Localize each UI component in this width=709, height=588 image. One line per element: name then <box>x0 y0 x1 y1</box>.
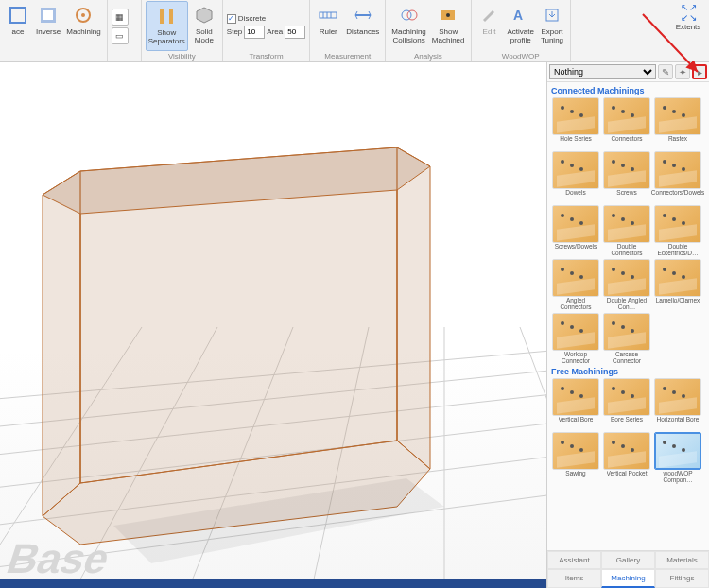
toggle-outline-button[interactable]: ▭ <box>112 27 129 44</box>
discrete-label: Discrete <box>238 14 266 23</box>
cube-face-icon <box>6 3 30 27</box>
panel-tab[interactable]: Gallery <box>601 551 655 569</box>
area-input[interactable] <box>285 26 305 39</box>
activate-profile-button[interactable]: A Activate profile <box>506 1 536 51</box>
machining-collisions-button[interactable]: Machining Collisions <box>389 1 427 51</box>
step-input[interactable] <box>244 26 265 39</box>
transform-group-label: Transform <box>227 51 305 61</box>
machining-tile[interactable]: Connectors <box>602 97 651 149</box>
tile-caption: Double Eccentrics/D… <box>653 244 702 257</box>
panel-tab[interactable]: Materials <box>655 551 709 569</box>
activate-icon: A <box>509 3 533 27</box>
toggle-grid-button[interactable]: ▦ <box>112 9 129 26</box>
machining-tile[interactable]: Worktop Connector <box>551 313 600 365</box>
panel-tab[interactable]: Fittings <box>655 569 709 588</box>
filter-select[interactable]: Nothing <box>549 64 656 79</box>
tile-caption: Double Connectors <box>602 244 651 257</box>
extents-button[interactable]: ↖ ↗↙ ↘ Extents <box>669 2 707 31</box>
face-button[interactable]: ace <box>4 1 32 51</box>
svg-text:A: A <box>513 8 523 23</box>
viewport-3d[interactable]: Base <box>0 62 546 588</box>
svg-point-13 <box>402 10 411 20</box>
analysis-group-label: Analysis <box>389 51 466 61</box>
ruler-icon <box>316 3 340 27</box>
panel-tab[interactable]: Machining <box>601 569 655 588</box>
tile-caption: Lamello/Clamex <box>656 298 700 311</box>
edit-icon <box>477 3 502 27</box>
discrete-checkbox[interactable]: ✓ <box>227 14 236 24</box>
machining-tile[interactable]: Double Eccentrics/D… <box>653 205 702 257</box>
area-label: Area <box>267 27 283 36</box>
base-floor-label: Base <box>1 535 115 582</box>
tile-caption: Carcase Connector <box>602 352 651 365</box>
solid-mode-button[interactable]: Solid Mode <box>190 1 218 51</box>
svg-marker-33 <box>397 147 430 469</box>
inverse-icon <box>36 3 61 27</box>
ribbon: ace Inverse Machining ▦ ▭ <box>0 0 709 62</box>
svg-marker-7 <box>197 8 212 23</box>
export-tuning-button[interactable]: Export Tuning <box>538 1 566 51</box>
tile-caption: Connectors <box>611 136 642 149</box>
tile-caption: Hole Series <box>560 136 592 149</box>
tile-caption: Horizontal Bore <box>657 417 700 430</box>
drill-icon <box>71 3 95 27</box>
filter-tool-2[interactable]: ✦ <box>675 64 690 79</box>
export-icon <box>540 3 564 27</box>
side-panel: Nothing ✎ ✦ ▸ Connected Machinings Hole … <box>546 62 709 588</box>
tile-caption: Bore Series <box>611 417 643 430</box>
distances-button[interactable]: Distances <box>344 1 381 51</box>
edit-button[interactable]: Edit <box>476 1 504 51</box>
machining-view-button[interactable]: Machining <box>64 1 102 51</box>
filter-tool-3[interactable]: ▸ <box>692 64 707 79</box>
group-label <box>4 51 103 61</box>
machining-tile[interactable]: Sawing <box>551 432 600 484</box>
machining-tile[interactable]: Double Angled Con… <box>602 259 651 311</box>
machining-tile[interactable]: woodWOP Compon… <box>653 432 702 484</box>
svg-point-14 <box>407 10 417 20</box>
inverse-button[interactable]: Inverse <box>34 1 62 51</box>
svg-marker-32 <box>43 171 80 516</box>
machining-tile[interactable]: Angled Connectors <box>551 259 600 311</box>
svg-rect-2 <box>43 10 53 20</box>
machining-tile[interactable]: Hole Series <box>551 97 600 149</box>
visibility-group-label: Visibility <box>146 51 218 61</box>
ruler-button[interactable]: Ruler <box>314 1 342 51</box>
svg-line-30 <box>520 327 546 554</box>
machining-tile[interactable]: Dowels <box>551 151 600 203</box>
tile-caption: Angled Connectors <box>551 298 600 311</box>
machining-tile[interactable]: Rastex <box>653 97 702 149</box>
machining-tile[interactable]: Carcase Connector <box>602 313 651 365</box>
machining-tile[interactable]: Double Connectors <box>602 205 651 257</box>
collisions-icon <box>397 3 422 27</box>
free-section-title: Free Machinings <box>551 367 705 376</box>
measurement-group-label: Measurement <box>314 51 381 61</box>
panel-tab[interactable]: Assistant <box>547 551 601 569</box>
distances-icon <box>351 3 375 27</box>
tile-caption: Vertical Pocket <box>607 471 648 484</box>
tile-caption: Double Angled Con… <box>602 298 651 311</box>
svg-rect-8 <box>320 12 337 18</box>
tile-caption: Screws <box>616 190 636 203</box>
machining-tile[interactable]: Screws/Dowels <box>551 205 600 257</box>
status-bar <box>0 579 546 588</box>
tile-caption: Vertical Bore <box>559 417 594 430</box>
machining-tile[interactable]: Lamello/Clamex <box>653 259 702 311</box>
separators-icon <box>154 4 179 28</box>
extents-label: Extents <box>669 23 707 31</box>
panel-tab[interactable]: Items <box>547 569 601 588</box>
show-machined-button[interactable]: Show Machined <box>430 1 467 51</box>
tile-caption: Screws/Dowels <box>555 244 597 257</box>
extents-icon: ↖ ↗↙ ↘ <box>669 2 707 23</box>
machining-tile[interactable]: Vertical Bore <box>551 378 600 430</box>
machining-tile[interactable]: Horizontal Bore <box>653 378 702 430</box>
machining-tile[interactable]: Screws <box>602 151 651 203</box>
svg-point-4 <box>81 13 85 17</box>
machining-tile[interactable]: Connectors/Dowels <box>653 151 702 203</box>
machining-tile[interactable]: Vertical Pocket <box>602 432 651 484</box>
tile-caption: Connectors/Dowels <box>651 190 704 203</box>
show-separators-button[interactable]: Show Separators <box>146 1 188 51</box>
filter-tool-1[interactable]: ✎ <box>658 64 673 79</box>
tile-caption: Sawing <box>565 471 585 484</box>
svg-point-16 <box>446 13 450 17</box>
machining-tile[interactable]: Bore Series <box>602 378 651 430</box>
